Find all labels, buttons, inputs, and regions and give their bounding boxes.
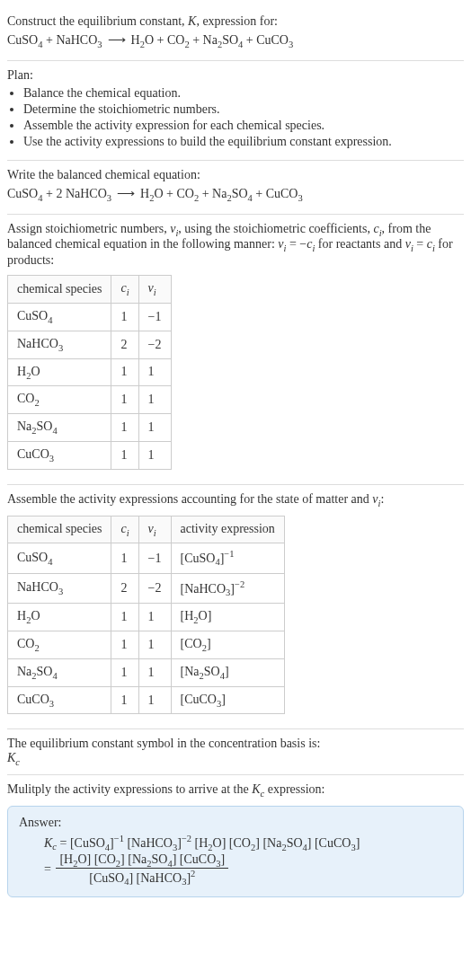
unbalanced-equation: CuSO4 + NaHCO3⟶H2O + CO2 + Na2SO4 + CuCO… <box>7 32 464 49</box>
cell-activity: [NaHCO3]−2 <box>171 573 284 603</box>
col-activity: activity expression <box>171 516 284 543</box>
col-nui: νi <box>138 516 171 543</box>
table-row: CuCO311[CuCO3] <box>8 686 285 714</box>
cell-species: H2O <box>8 358 111 386</box>
table-row: CuSO41−1[CuSO4]−1 <box>8 543 285 573</box>
table-row: NaHCO32−2 <box>8 331 172 358</box>
balanced-heading: Write the balanced chemical equation: <box>7 168 464 182</box>
table-row: CO211 <box>8 386 172 414</box>
balanced-equation: CuSO4 + 2 NaHCO3⟶H2O + CO2 + Na2SO4 + Cu… <box>7 186 464 203</box>
fraction-denominator: [CuSO4] [NaHCO3]2 <box>56 869 228 887</box>
cell-nui: −2 <box>138 331 171 358</box>
cell-ci: 2 <box>111 331 138 358</box>
table-header-row: chemical species ci νi <box>8 276 172 304</box>
cell-nui: −1 <box>138 303 171 331</box>
table-row: CuCO311 <box>8 441 172 469</box>
cell-nui: 1 <box>138 604 171 631</box>
col-nui: νi <box>138 276 171 304</box>
result-section: Mulitply the activity expressions to arr… <box>7 775 464 905</box>
answer-fraction: [H2O] [CO2] [Na2SO4] [CuCO3] [CuSO4] [Na… <box>56 852 228 887</box>
table-row: Na2SO411[Na2SO4] <box>8 658 285 686</box>
col-species: chemical species <box>8 516 111 543</box>
multiply-text: Mulitply the activity expressions to arr… <box>7 782 464 799</box>
answer-line1: [CuSO4]−1 [NaHCO3]−2 [H2O] [CO2] [Na2SO4… <box>70 836 360 850</box>
table-row: H2O11[H2O] <box>8 604 285 631</box>
cell-species: CO2 <box>8 386 111 414</box>
cell-ci: 1 <box>111 386 138 414</box>
kc-symbol: Kc <box>7 751 464 767</box>
plan-item: Assemble the activity expression for eac… <box>23 119 464 133</box>
cell-nui: −2 <box>138 573 171 603</box>
fraction-numerator: [H2O] [CO2] [Na2SO4] [CuCO3] <box>56 852 228 870</box>
table-row: H2O11 <box>8 358 172 386</box>
cell-nui: −1 <box>138 543 171 573</box>
cell-species: CO2 <box>8 631 111 659</box>
cell-species: CuSO4 <box>8 543 111 573</box>
species: NaHCO3 <box>66 187 111 200</box>
cell-species: CuCO3 <box>8 441 111 469</box>
arrow-icon: ⟶ <box>111 187 140 200</box>
cell-ci: 1 <box>111 543 138 573</box>
kc-section: The equilibrium constant symbol in the c… <box>7 729 464 775</box>
cell-species: NaHCO3 <box>8 331 111 358</box>
table-row: CuSO41−1 <box>8 303 172 331</box>
stoich-section: Assign stoichiometric numbers, νi, using… <box>7 215 464 485</box>
col-ci: ci <box>111 516 138 543</box>
cell-ci: 1 <box>111 441 138 469</box>
cell-nui: 1 <box>138 358 171 386</box>
cell-activity: [CuCO3] <box>171 686 284 714</box>
plan-item: Use the activity expressions to build th… <box>23 135 464 149</box>
answer-box: Answer: Kc = [CuSO4]−1 [NaHCO3]−2 [H2O] … <box>7 806 464 897</box>
species: NaHCO3 <box>56 33 102 47</box>
cell-nui: 1 <box>138 631 171 659</box>
activity-section: Assemble the activity expressions accoun… <box>7 485 464 730</box>
stoich-table: chemical species ci νi CuSO41−1NaHCO32−2… <box>7 275 172 470</box>
plan-item: Determine the stoichiometric numbers. <box>23 102 464 117</box>
species: H2O <box>131 33 155 47</box>
cell-activity: [H2O] <box>171 604 284 631</box>
cell-activity: [CO2] <box>171 631 284 659</box>
table-row: Na2SO411 <box>8 414 172 442</box>
cell-nui: 1 <box>138 414 171 442</box>
cell-species: H2O <box>8 604 111 631</box>
cell-ci: 2 <box>111 573 138 603</box>
plan-list: Balance the chemical equation. Determine… <box>7 86 464 149</box>
cell-activity: [CuSO4]−1 <box>171 543 284 573</box>
intro-text-post: , expression for: <box>196 14 278 28</box>
intro-text: Construct the equilibrium constant, <box>7 14 188 28</box>
activity-table: chemical species ci νi activity expressi… <box>7 516 285 715</box>
plan-item: Balance the chemical equation. <box>23 86 464 101</box>
cell-species: CuCO3 <box>8 686 111 714</box>
table-header-row: chemical species ci νi activity expressi… <box>8 516 285 543</box>
k-symbol: K <box>188 14 196 28</box>
species: CuSO4 <box>7 187 42 200</box>
cell-nui: 1 <box>138 386 171 414</box>
species: Na2SO4 <box>203 33 244 47</box>
cell-nui: 1 <box>138 658 171 686</box>
activity-text: Assemble the activity expressions accoun… <box>7 492 464 508</box>
kc-text: The equilibrium constant symbol in the c… <box>7 737 464 751</box>
table-row: NaHCO32−2[NaHCO3]−2 <box>8 573 285 603</box>
balanced-section: Write the balanced chemical equation: Cu… <box>7 161 464 215</box>
table-row: CO211[CO2] <box>8 631 285 659</box>
species: CuCO3 <box>266 187 303 200</box>
answer-expression: Kc = [CuSO4]−1 [NaHCO3]−2 [H2O] [CO2] [N… <box>19 834 452 887</box>
cell-species: Na2SO4 <box>8 658 111 686</box>
cell-species: Na2SO4 <box>8 414 111 442</box>
species: CuSO4 <box>7 33 42 47</box>
stoich-text: Assign stoichiometric numbers, νi, using… <box>7 222 464 269</box>
cell-ci: 1 <box>111 658 138 686</box>
coefficient: 2 <box>56 187 62 200</box>
cell-ci: 1 <box>111 414 138 442</box>
cell-nui: 1 <box>138 686 171 714</box>
cell-ci: 1 <box>111 303 138 331</box>
cell-nui: 1 <box>138 441 171 469</box>
plan-heading: Plan: <box>7 68 464 83</box>
cell-species: CuSO4 <box>8 303 111 331</box>
species: CuCO3 <box>256 33 293 47</box>
answer-label: Answer: <box>19 816 452 830</box>
col-species: chemical species <box>8 276 111 304</box>
cell-ci: 1 <box>111 604 138 631</box>
species: Na2SO4 <box>212 187 253 200</box>
species: H2O <box>140 187 164 200</box>
